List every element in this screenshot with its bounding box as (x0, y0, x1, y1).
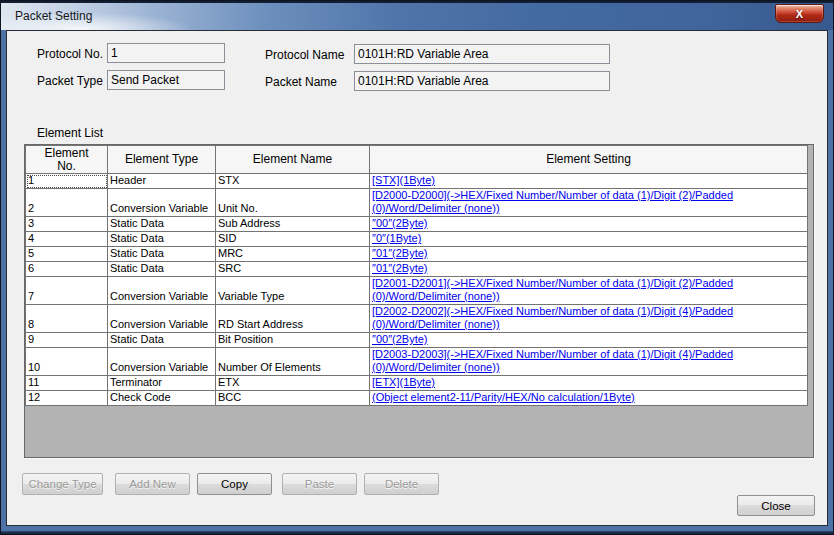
element-setting-link[interactable]: ″01″(2Byte) (372, 247, 427, 259)
element-list-label: Element List (37, 126, 103, 140)
packet-name-input[interactable] (354, 71, 610, 91)
cell-element-no: 6 (26, 262, 108, 277)
table-row[interactable]: 6 Static Data SRC ″01″(2Byte) (26, 262, 808, 277)
cell-element-no: 8 (26, 305, 108, 333)
packet-type-label: Packet Type (37, 74, 103, 88)
packet-name-label: Packet Name (265, 75, 337, 89)
change-type-button: Change Type (22, 473, 103, 495)
cell-element-setting: ″00″(2Byte) (370, 333, 808, 348)
protocol-name-label: Protocol Name (265, 48, 344, 62)
cell-element-no: 12 (26, 391, 108, 406)
protocol-name-input[interactable] (354, 44, 610, 64)
protocol-no-label: Protocol No. (37, 47, 103, 61)
protocol-no-input[interactable] (107, 43, 225, 63)
element-setting-link[interactable]: ″00″(2Byte) (372, 333, 427, 345)
column-header-element-type: Element Type (108, 146, 216, 174)
element-table: Element No. Element Type Element Name El… (24, 144, 814, 458)
cell-element-name: SID (216, 232, 370, 247)
cell-element-type: Static Data (108, 247, 216, 262)
titlebar[interactable]: Packet Setting X (1, 1, 833, 30)
cell-element-type: Conversion Variable (108, 277, 216, 305)
packet-type-input[interactable] (107, 70, 225, 90)
element-setting-link[interactable]: [D2002-D2002](->HEX/Fixed Number/Number … (372, 305, 733, 330)
paste-button: Paste (282, 473, 357, 495)
cell-element-name: MRC (216, 247, 370, 262)
table-row[interactable]: 3 Static Data Sub Address ″00″(2Byte) (26, 217, 808, 232)
element-setting-link[interactable]: (Object element2-11/Parity/HEX/No calcul… (372, 391, 635, 403)
column-header-element-name: Element Name (216, 146, 370, 174)
add-new-button: Add New (115, 473, 190, 495)
close-button[interactable]: Close (737, 495, 815, 516)
cell-element-no: 11 (26, 376, 108, 391)
cell-element-type: Terminator (108, 376, 216, 391)
cell-element-setting: ″0″(1Byte) (370, 232, 808, 247)
cell-element-no: 1 (26, 174, 108, 189)
column-header-element-setting: Element Setting (370, 146, 808, 174)
cell-element-name: ETX (216, 376, 370, 391)
element-setting-link[interactable]: ″0″(1Byte) (372, 232, 421, 244)
cell-element-type: Static Data (108, 262, 216, 277)
table-row[interactable]: 11 Terminator ETX [ETX](1Byte) (26, 376, 808, 391)
element-setting-link[interactable]: [D2003-D2003](->HEX/Fixed Number/Number … (372, 348, 733, 373)
column-header-element-no: Element No. (26, 146, 108, 174)
element-setting-link[interactable]: [STX](1Byte) (372, 174, 435, 186)
cell-element-no: 4 (26, 232, 108, 247)
table-row[interactable]: 12 Check Code BCC (Object element2-11/Pa… (26, 391, 808, 406)
element-setting-link[interactable]: [D2000-D2000](->HEX/Fixed Number/Number … (372, 189, 733, 214)
cell-element-setting: [D2001-D2001](->HEX/Fixed Number/Number … (370, 277, 808, 305)
cell-element-type: Check Code (108, 391, 216, 406)
table-row[interactable]: 4 Static Data SID ″0″(1Byte) (26, 232, 808, 247)
cell-element-name: Sub Address (216, 217, 370, 232)
cell-element-type: Header (108, 174, 216, 189)
cell-element-setting: [D2002-D2002](->HEX/Fixed Number/Number … (370, 305, 808, 333)
cell-element-type: Static Data (108, 333, 216, 348)
cell-element-setting: ″00″(2Byte) (370, 217, 808, 232)
cell-element-type: Conversion Variable (108, 305, 216, 333)
cell-element-name: BCC (216, 391, 370, 406)
titlebar-close-button[interactable]: X (775, 4, 824, 23)
table-row[interactable]: 5 Static Data MRC ″01″(2Byte) (26, 247, 808, 262)
cell-element-no: 5 (26, 247, 108, 262)
table-header-row: Element No. Element Type Element Name El… (26, 146, 808, 174)
cell-element-no: 10 (26, 348, 108, 376)
packet-setting-dialog: Packet Setting X Protocol No. Protocol N… (0, 0, 834, 535)
cell-element-no: 7 (26, 277, 108, 305)
cell-element-setting: ″01″(2Byte) (370, 262, 808, 277)
cell-element-name: SRC (216, 262, 370, 277)
element-setting-link[interactable]: [D2001-D2001](->HEX/Fixed Number/Number … (372, 277, 733, 302)
cell-element-name: STX (216, 174, 370, 189)
cell-element-type: Conversion Variable (108, 189, 216, 217)
cell-element-name: Bit Position (216, 333, 370, 348)
copy-button[interactable]: Copy (197, 473, 272, 495)
cell-element-name: Number Of Elements (216, 348, 370, 376)
delete-button: Delete (364, 473, 439, 495)
table-row[interactable]: 2 Conversion Variable Unit No. [D2000-D2… (26, 189, 808, 217)
cell-element-setting: [STX](1Byte) (370, 174, 808, 189)
table-row[interactable]: 10 Conversion Variable Number Of Element… (26, 348, 808, 376)
cell-element-name: RD Start Address (216, 305, 370, 333)
element-setting-link[interactable]: ″01″(2Byte) (372, 262, 427, 274)
close-icon: X (796, 8, 803, 20)
cell-element-type: Conversion Variable (108, 348, 216, 376)
table-row[interactable]: 9 Static Data Bit Position ″00″(2Byte) (26, 333, 808, 348)
cell-element-name: Unit No. (216, 189, 370, 217)
element-setting-link[interactable]: [ETX](1Byte) (372, 376, 435, 388)
cell-element-setting: [D2000-D2000](->HEX/Fixed Number/Number … (370, 189, 808, 217)
cell-element-type: Static Data (108, 217, 216, 232)
cell-element-name: Variable Type (216, 277, 370, 305)
cell-element-setting: [ETX](1Byte) (370, 376, 808, 391)
cell-element-setting: (Object element2-11/Parity/HEX/No calcul… (370, 391, 808, 406)
cell-element-type: Static Data (108, 232, 216, 247)
table-row[interactable]: 8 Conversion Variable RD Start Address [… (26, 305, 808, 333)
table-row[interactable]: 1 Header STX [STX](1Byte) (26, 174, 808, 189)
cell-element-setting: [D2003-D2003](->HEX/Fixed Number/Number … (370, 348, 808, 376)
window-title: Packet Setting (15, 9, 92, 23)
cell-element-setting: ″01″(2Byte) (370, 247, 808, 262)
cell-element-no: 3 (26, 217, 108, 232)
element-table-body: 1 Header STX [STX](1Byte) 2 Conversion V… (26, 174, 808, 406)
dialog-body: Protocol No. Protocol Name Packet Type P… (6, 30, 828, 526)
cell-element-no: 9 (26, 333, 108, 348)
cell-element-no: 2 (26, 189, 108, 217)
table-row[interactable]: 7 Conversion Variable Variable Type [D20… (26, 277, 808, 305)
element-setting-link[interactable]: ″00″(2Byte) (372, 217, 427, 229)
